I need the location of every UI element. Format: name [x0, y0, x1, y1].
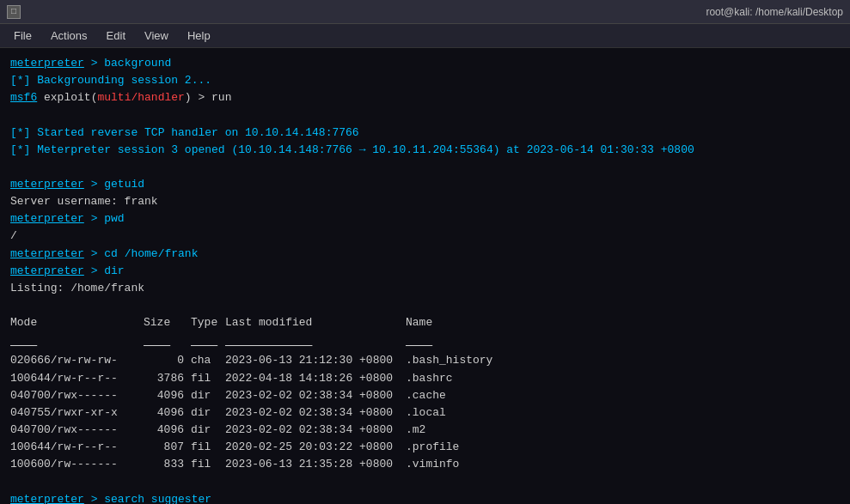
- terminal-line: [10, 297, 840, 314]
- terminal-line: meterpreter > dir: [10, 263, 840, 280]
- menu-help[interactable]: Help: [179, 27, 219, 45]
- dir-row: 040755/rwxr-xr-x4096dir2023-02-02 02:38:…: [10, 404, 840, 422]
- dir-header: ModeSizeTypeLast modifiedName: [10, 314, 840, 331]
- titlebar-title: root@kali: /home/kali/Desktop: [706, 6, 843, 18]
- menu-view[interactable]: View: [136, 27, 177, 45]
- menu-edit[interactable]: Edit: [98, 27, 134, 45]
- terminal-icon: □: [7, 5, 21, 19]
- dir-row: 100644/rw-r--r--3786fil2022-04-18 14:18:…: [10, 370, 840, 387]
- terminal-line: [10, 473, 840, 490]
- terminal-line: [*] Meterpreter session 3 opened (10.10.…: [10, 142, 840, 159]
- terminal-line: Listing: /home/frank: [10, 280, 840, 297]
- titlebar-left: □: [7, 5, 21, 19]
- dir-row: 020666/rw-rw-rw-0cha2023-06-13 21:12:30 …: [10, 352, 840, 369]
- titlebar: □ root@kali: /home/kali/Desktop: [0, 0, 850, 24]
- terminal-line: meterpreter > getuid: [10, 176, 840, 193]
- menu-actions[interactable]: Actions: [42, 27, 96, 45]
- terminal-line: [10, 159, 840, 176]
- menu-file[interactable]: File: [5, 27, 40, 45]
- dir-row: 100600/rw-------833fil2023-06-13 21:35:2…: [10, 456, 840, 473]
- terminal-line: [*] Started reverse TCP handler on 10.10…: [10, 124, 840, 142]
- terminal-line: [*] Backgrounding session 2...: [10, 72, 840, 89]
- dir-header-sep: [10, 333, 840, 350]
- terminal[interactable]: meterpreter > background [*] Backgroundi…: [0, 48, 850, 504]
- menubar: File Actions Edit View Help: [0, 24, 850, 48]
- dir-row: 040700/rwx------4096dir2023-02-02 02:38:…: [10, 422, 840, 439]
- dir-row: 040700/rwx------4096dir2023-02-02 02:38:…: [10, 387, 840, 404]
- terminal-line: msf6 exploit(multi/handler) > run: [10, 89, 840, 106]
- terminal-line: meterpreter > background: [10, 55, 840, 72]
- terminal-line: meterpreter > cd /home/frank: [10, 246, 840, 263]
- terminal-line: meterpreter > search suggester: [10, 491, 840, 504]
- terminal-line: [10, 106, 840, 124]
- terminal-line: /: [10, 228, 840, 245]
- dir-row: 100644/rw-r--r--807fil2020-02-25 20:03:2…: [10, 439, 840, 456]
- terminal-line: meterpreter > pwd: [10, 210, 840, 228]
- terminal-line: Server username: frank: [10, 193, 840, 210]
